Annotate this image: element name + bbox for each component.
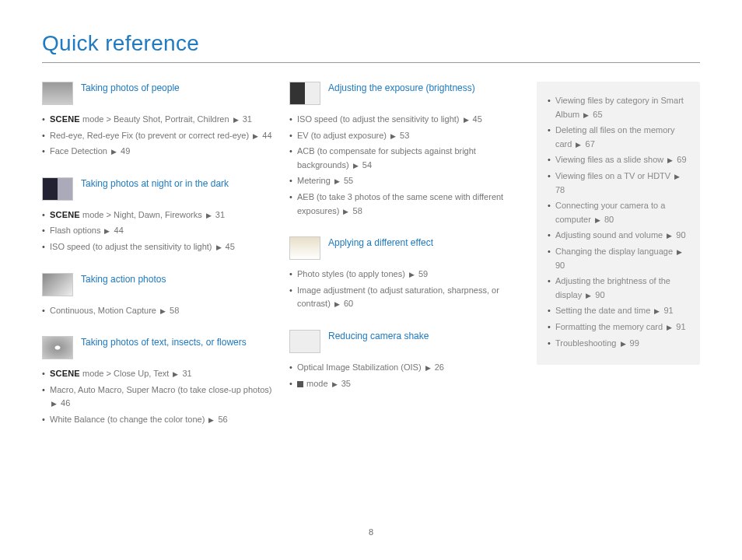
section-title[interactable]: Applying a different effect: [328, 236, 433, 250]
section: Applying a different effectPhoto styles …: [289, 236, 523, 311]
section-header: Taking action photos: [42, 273, 275, 296]
page-ref-icon: ▶: [206, 210, 212, 221]
list-item: Red-eye, Red-eye Fix (to prevent or corr…: [42, 129, 275, 143]
section-list: Continuous, Motion Capture ▶ 58: [42, 304, 275, 318]
page-ref-icon: ▶: [111, 146, 117, 157]
list-item: SCENE mode > Close Up, Text ▶ 31: [42, 367, 275, 381]
section-title[interactable]: Reducing camera shake: [328, 330, 429, 343]
page-ref-icon: ▶: [595, 215, 600, 226]
list-item: ACB (to compensate for subjects against …: [289, 145, 523, 172]
sidebar-list: Viewing files by category in Smart Album…: [548, 94, 689, 350]
page-ref-icon: ▶: [343, 206, 348, 217]
section-thumbnail-icon: [289, 236, 320, 260]
sidebar-box: Viewing files by category in Smart Album…: [537, 82, 700, 365]
section-header: Adjusting the exposure (brightness): [289, 82, 523, 105]
section-thumbnail-icon: [289, 82, 320, 105]
page-ref-icon: ▶: [654, 306, 660, 317]
list-item: Flash options ▶ 44: [42, 224, 275, 238]
sidebar-item: Viewing files by category in Smart Album…: [548, 94, 689, 121]
sidebar-item: Adjusting the brightness of the display …: [548, 275, 689, 302]
section-list: Photo styles (to apply tones) ▶ 59Image …: [289, 268, 523, 311]
section-title[interactable]: Taking action photos: [81, 273, 166, 286]
page-ref-icon: ▶: [160, 306, 166, 317]
page-title: Quick reference: [42, 31, 700, 63]
page-ref-icon: ▶: [677, 247, 682, 257]
page-ref-icon: ▶: [425, 362, 431, 373]
list-item: ISO speed (to adjust the sensitivity to …: [289, 113, 523, 127]
sidebar-item: Deleting all files on the memory card ▶ …: [548, 124, 689, 151]
list-item: AEB (to take 3 photos of the same scene …: [289, 191, 523, 218]
page-ref-icon: ▶: [583, 110, 589, 121]
sidebar-item: Connecting your camera to a computer ▶ 8…: [548, 199, 689, 226]
sidebar-item: Viewing files on a TV or HDTV ▶ 78: [548, 170, 689, 197]
section-list: SCENE mode > Close Up, Text ▶ 31Macro, A…: [42, 367, 275, 426]
section-header: Applying a different effect: [289, 236, 523, 260]
section: Taking photos at night or in the darkSCE…: [42, 177, 275, 254]
page-ref-icon: ▶: [104, 226, 110, 236]
section-thumbnail-icon: [289, 330, 320, 353]
list-item: Image adjustment (to adjust saturation, …: [289, 284, 523, 311]
list-item: SCENE mode > Beauty Shot, Portrait, Chil…: [42, 113, 275, 127]
list-item: Macro, Auto Macro, Super Macro (to take …: [42, 383, 275, 411]
section-header: Taking photos of text, insects, or flowe…: [42, 336, 275, 359]
section-title[interactable]: Taking photos of text, insects, or flowe…: [81, 336, 247, 349]
sidebar-item: Formatting the memory card ▶ 91: [548, 320, 689, 334]
sidebar-item: Viewing files as a slide show ▶ 69: [548, 153, 689, 167]
list-item: Face Detection ▶ 49: [42, 145, 275, 159]
page-ref-icon: ▶: [233, 114, 239, 125]
list-item: Optical Image Stabilization (OIS) ▶ 26: [289, 361, 523, 375]
page-ref-icon: ▶: [576, 139, 581, 150]
section-list: Optical Image Stabilization (OIS) ▶ 26 m…: [289, 361, 523, 390]
page-ref-icon: ▶: [667, 322, 672, 333]
sidebar-item: Changing the display language ▶ 90: [548, 245, 689, 272]
section-thumbnail-icon: [42, 336, 73, 359]
list-item: White Balance (to change the color tone)…: [42, 413, 275, 427]
page-ref-icon: ▶: [208, 415, 214, 425]
page-ref-icon: ▶: [334, 299, 340, 310]
page-ref-icon: ▶: [173, 369, 178, 380]
list-item: ISO speed (to adjust the sensitivity to …: [42, 240, 275, 254]
sidebar-item: Adjusting sound and volume ▶ 90: [548, 229, 689, 243]
list-item: SCENE mode > Night, Dawn, Fireworks ▶ 31: [42, 208, 275, 222]
page-ref-icon: ▶: [334, 176, 340, 187]
section-header: Reducing camera shake: [289, 330, 523, 353]
section: Taking photos of peopleSCENE mode > Beau…: [42, 82, 275, 159]
content-columns: Taking photos of peopleSCENE mode > Beau…: [42, 82, 700, 446]
section-list: SCENE mode > Night, Dawn, Fireworks ▶ 31…: [42, 208, 275, 254]
column-2: Adjusting the exposure (brightness)ISO s…: [289, 82, 523, 446]
scene-mode-icon: SCENE: [50, 210, 80, 219]
dual-mode-icon: [297, 381, 303, 387]
section-title[interactable]: Taking photos at night or in the dark: [81, 177, 229, 191]
section: Taking action photosContinuous, Motion C…: [42, 273, 275, 318]
list-item: Continuous, Motion Capture ▶ 58: [42, 304, 275, 318]
scene-mode-icon: SCENE: [50, 114, 80, 124]
section: Adjusting the exposure (brightness)ISO s…: [289, 82, 523, 218]
page-ref-icon: ▶: [390, 131, 396, 142]
section: Reducing camera shakeOptical Image Stabi…: [289, 330, 523, 390]
section-thumbnail-icon: [42, 273, 73, 296]
sidebar-item: Setting the date and time ▶ 91: [548, 304, 689, 318]
list-item: Photo styles (to apply tones) ▶ 59: [289, 268, 523, 282]
page-ref-icon: ▶: [667, 155, 673, 166]
section-title[interactable]: Taking photos of people: [81, 82, 180, 95]
page-ref-icon: ▶: [353, 160, 359, 171]
page-ref-icon: ▶: [51, 398, 57, 409]
section-title[interactable]: Adjusting the exposure (brightness): [328, 82, 475, 95]
section-thumbnail-icon: [42, 82, 73, 105]
sidebar-wrap: Viewing files by category in Smart Album…: [537, 82, 700, 446]
page-ref-icon: ▶: [216, 242, 222, 253]
section-header: Taking photos at night or in the dark: [42, 177, 275, 201]
page-ref-icon: ▶: [332, 379, 338, 390]
list-item: EV (to adjust exposure) ▶ 53: [289, 129, 523, 143]
scene-mode-icon: SCENE: [50, 369, 80, 378]
section-thumbnail-icon: [42, 177, 73, 201]
page-ref-icon: ▶: [621, 338, 626, 349]
page-ref-icon: ▶: [253, 131, 258, 142]
section-list: SCENE mode > Beauty Shot, Portrait, Chil…: [42, 113, 275, 159]
section-list: ISO speed (to adjust the sensitivity to …: [289, 113, 523, 218]
page-ref-icon: ▶: [674, 171, 680, 182]
list-item: mode ▶ 35: [289, 377, 523, 391]
page-ref-icon: ▶: [409, 269, 415, 280]
page-number: 8: [0, 527, 742, 537]
column-1: Taking photos of peopleSCENE mode > Beau…: [42, 82, 275, 446]
